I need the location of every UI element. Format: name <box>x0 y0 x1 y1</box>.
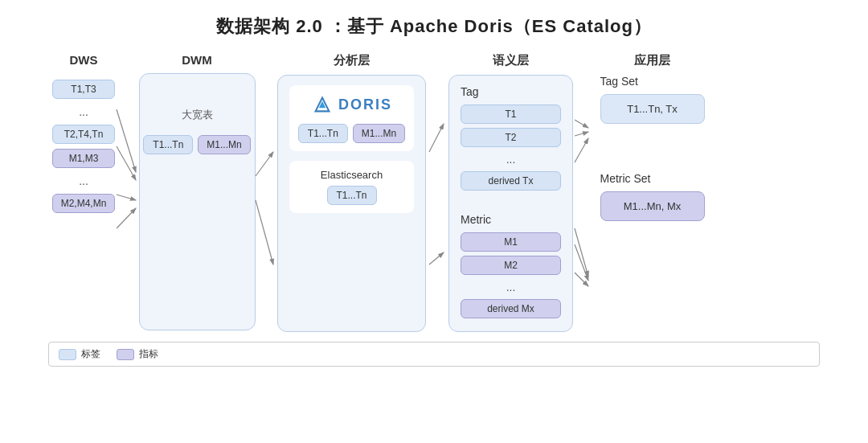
doris-chip-m1mn: M1...Mn <box>353 124 405 143</box>
semantic-derived-tx: derived Tx <box>461 171 561 191</box>
col-dws: DWS T1,T3 ... T2,T4,Tn M1,M3 ... M2,M4,M… <box>48 53 119 213</box>
doris-logo: DORIS <box>311 93 392 116</box>
tag-chips: T1 T2 ... derived Tx <box>461 105 561 191</box>
app-box: Tag Set T1...Tn, Tx Metric Set M1...Mn, … <box>597 75 708 332</box>
dwm-label: DWM <box>182 53 212 67</box>
dws-dots-1: ... <box>52 104 116 120</box>
legend-tag-label: 标签 <box>81 347 100 361</box>
tag-section-title: Tag <box>461 85 479 98</box>
legend-tag-box <box>59 349 76 360</box>
dws-item-m1m3: M1,M3 <box>52 149 116 168</box>
semantic-m2: M2 <box>461 256 561 275</box>
dws-item-t2t4tn: T2,T4,Tn <box>52 125 116 144</box>
semantic-metric-dots: ... <box>461 279 561 295</box>
dwm-chip-m1mn: M1...Mn <box>198 135 250 154</box>
dws-dots-2: ... <box>52 173 116 189</box>
doris-icon <box>311 93 334 116</box>
analytics-title: 分析层 <box>334 53 370 68</box>
tag-set-chip: T1...Tn, Tx <box>600 94 705 124</box>
col-app: 应用层 Tag Set T1...Tn, Tx Metric Set M1...… <box>590 53 714 332</box>
tag-set-title: Tag Set <box>600 75 638 88</box>
semantic-t2: T2 <box>461 128 561 147</box>
metric-set-title: Metric Set <box>600 172 651 185</box>
semantic-title: 语义层 <box>493 53 529 68</box>
legend-metric-label: 指标 <box>139 347 158 361</box>
dws-label: DWS <box>70 53 98 67</box>
dws-item-t1t3: T1,T3 <box>52 80 116 99</box>
doris-section: DORIS T1...Tn M1...Mn <box>289 85 414 151</box>
es-label: Elasticsearch <box>321 169 383 181</box>
diagram-area: DWS T1,T3 ... T2,T4,Tn M1,M3 ... M2,M4,M… <box>48 53 820 332</box>
dws-items: T1,T3 ... T2,T4,Tn M1,M3 ... M2,M4,Mn <box>52 80 116 213</box>
columns-row: DWS T1,T3 ... T2,T4,Tn M1,M3 ... M2,M4,M… <box>48 53 820 332</box>
es-chip-t1tn: T1...Tn <box>327 186 377 205</box>
app-title: 应用层 <box>634 53 670 68</box>
dwm-chip-t1tn: T1...Tn <box>143 135 193 154</box>
semantic-t1: T1 <box>461 105 561 124</box>
col-dwm: DWM 大宽表 T1...Tn M1...Mn <box>137 53 257 330</box>
metric-set-chip: M1...Mn, Mx <box>600 191 705 221</box>
legend-metric-box <box>117 349 134 360</box>
doris-chips: T1...Tn M1...Mn <box>298 124 405 143</box>
doris-chip-t1tn: T1...Tn <box>298 124 348 143</box>
es-section: Elasticsearch T1...Tn <box>289 161 414 213</box>
semantic-m1: M1 <box>461 232 561 252</box>
big-table-label: 大宽表 <box>182 108 213 122</box>
metric-chips: M1 M2 ... derived Mx <box>461 232 561 318</box>
legend: 标签 指标 <box>48 342 820 367</box>
col-analytics: 分析层 DORIS T1...Tn <box>273 53 430 332</box>
analytics-box: DORIS T1...Tn M1...Mn Elasticsearch T1..… <box>277 75 426 332</box>
es-chips: T1...Tn <box>327 186 377 205</box>
legend-metric-item: 指标 <box>117 347 158 361</box>
metric-section-title: Metric <box>461 213 491 226</box>
dwm-box: 大宽表 T1...Tn M1...Mn <box>139 73 256 330</box>
semantic-box: Tag T1 T2 ... derived Tx Metric M1 M2 ..… <box>448 75 573 332</box>
doris-label: DORIS <box>338 96 392 113</box>
semantic-derived-mx: derived Mx <box>461 299 561 318</box>
dws-item-m2m4mn: M2,M4,Mn <box>52 194 116 213</box>
dwm-chips: T1...Tn M1...Mn <box>143 135 250 154</box>
col-semantic: 语义层 Tag T1 T2 ... derived Tx Metric M1 M… <box>444 53 577 332</box>
legend-tag-item: 标签 <box>59 347 100 361</box>
page-title: 数据架构 2.0 ：基于 Apache Doris（ES Catalog） <box>48 14 820 39</box>
page-wrapper: 数据架构 2.0 ：基于 Apache Doris（ES Catalog） DW… <box>32 0 836 376</box>
semantic-tag-dots: ... <box>461 151 561 167</box>
